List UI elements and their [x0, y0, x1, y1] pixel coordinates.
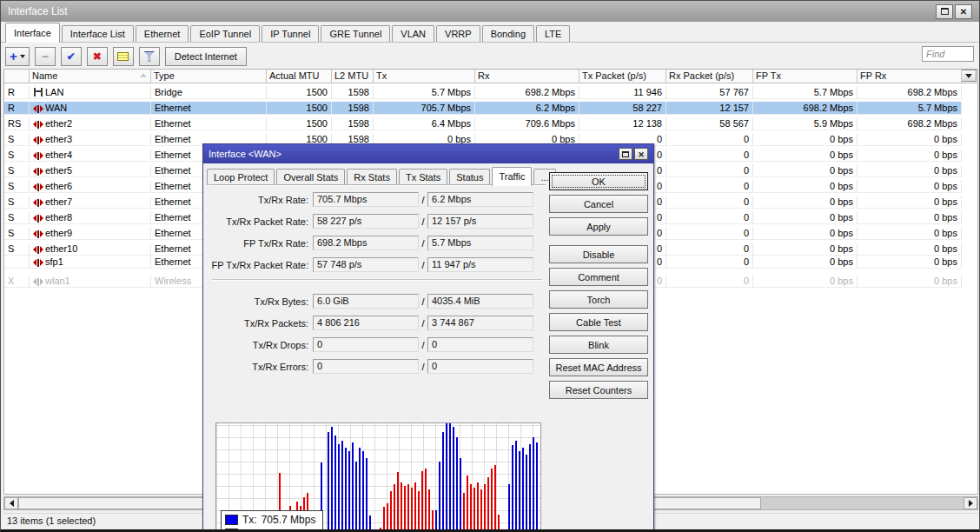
column-header-actual-mtu[interactable]: Actual MTU — [267, 70, 332, 83]
column-header-rx[interactable]: Rx — [475, 70, 579, 83]
tab-vlan[interactable]: VLAN — [392, 25, 434, 42]
close-icon — [960, 5, 967, 17]
disable-button[interactable]: Disable — [549, 245, 648, 263]
field-value-tx[interactable]: 58 227 p/s — [313, 214, 419, 229]
cell-name: sfp1 — [30, 256, 151, 269]
add-button[interactable] — [5, 47, 30, 66]
cancel-button[interactable]: Cancel — [549, 195, 648, 213]
cell-rxp: 0 — [666, 227, 753, 240]
traffic-bar — [473, 488, 475, 532]
column-chooser-button[interactable] — [962, 70, 977, 82]
close-button[interactable] — [955, 4, 972, 19]
filter-button[interactable] — [139, 47, 160, 66]
traffic-bar — [383, 507, 385, 532]
column-header-fp-rx[interactable]: FP Rx — [858, 70, 962, 83]
cell-l2mtu: 1598 — [332, 102, 374, 115]
tab-interface-list[interactable]: Interface List — [62, 25, 134, 42]
reset-counters-button[interactable]: Reset Counters — [549, 381, 648, 399]
cell-amtu: 1500 — [267, 86, 332, 99]
field-value-rx[interactable]: 6.2 Mbps — [427, 192, 533, 207]
cell-rxp: 12 157 — [666, 102, 753, 115]
enable-button[interactable] — [61, 47, 82, 66]
field-value-rx[interactable]: 0 — [427, 359, 533, 374]
field-value-rx[interactable]: 3 744 867 — [427, 316, 533, 330]
table-row-wan[interactable]: RWANEthernet15001598705.7 Mbps6.2 Mbps58… — [4, 102, 962, 115]
remove-button[interactable] — [35, 47, 56, 66]
cell-fptx: 0 bps — [753, 180, 858, 193]
field-value-tx[interactable]: 0 — [313, 359, 419, 374]
scroll-right-button[interactable] — [963, 497, 977, 509]
column-header-l2-mtu[interactable]: L2 MTU — [332, 70, 374, 83]
cell-name: ether8 — [30, 211, 151, 224]
column-header-tx[interactable]: Tx — [374, 70, 475, 83]
field-row-tx-rx-rate: Tx/Rx Rate:705.7 Mbps/6.2 Mbps — [209, 192, 546, 207]
scroll-left-button[interactable] — [4, 497, 18, 509]
interface-list-window: Interface List InterfaceInterface ListEt… — [0, 0, 980, 532]
maximize-button[interactable] — [936, 4, 953, 19]
field-value-tx[interactable]: 57 748 p/s — [313, 257, 419, 272]
dialog-tab-rx-stats[interactable]: Rx Stats — [347, 169, 397, 185]
field-value-tx[interactable]: 698.2 Mbps — [313, 236, 419, 250]
ok-button[interactable]: OK — [549, 172, 648, 190]
column-header-flags[interactable] — [4, 70, 30, 83]
dialog-tab-loop-protect[interactable]: Loop Protect — [207, 169, 275, 185]
torch-button[interactable]: Torch — [549, 290, 648, 309]
table-row-ether2[interactable]: RSether2Ethernet150015986.4 Mbps709.6 Mb… — [4, 117, 962, 130]
tab-lte[interactable]: LTE — [536, 25, 570, 42]
field-value-rx[interactable]: 4035.4 MiB — [427, 294, 533, 309]
toolbar: Detect Internet — [1, 43, 979, 69]
tab-gre-tunnel[interactable]: GRE Tunnel — [321, 25, 390, 42]
field-value-tx[interactable]: 4 806 216 — [313, 316, 419, 330]
tab-eoip-tunnel[interactable]: EoIP Tunnel — [190, 25, 260, 42]
column-header-name[interactable]: Name — [30, 70, 151, 83]
column-header-rx-packet-p-s[interactable]: Rx Packet (p/s) — [666, 70, 753, 83]
cable-test-button[interactable]: Cable Test — [549, 313, 648, 331]
blink-button[interactable]: Blink — [549, 336, 648, 354]
comment-button[interactable] — [113, 47, 134, 66]
column-header-type[interactable]: Type — [151, 70, 267, 83]
rate-chart: Tx: 705.7 Mbps Rx: 6.2 Mbps — [215, 422, 541, 532]
tab-ip-tunnel[interactable]: IP Tunnel — [262, 25, 319, 42]
traffic-bar — [397, 472, 399, 532]
legend-rx-label: Rx: — [242, 528, 258, 532]
traffic-bar — [390, 491, 392, 532]
field-value-rx[interactable]: 5.7 Mbps — [427, 236, 533, 250]
dialog-tab-tx-stats[interactable]: Tx Stats — [399, 169, 447, 185]
detect-internet-button[interactable]: Detect Internet — [165, 47, 247, 66]
field-row-fp-tx-rx-rate: FP Tx/Rx Rate:698.2 Mbps/5.7 Mbps — [209, 236, 546, 250]
tab-interface[interactable]: Interface — [5, 23, 60, 43]
cell-fprx: 0 bps — [858, 180, 962, 193]
field-value-rx[interactable]: 0 — [427, 337, 533, 352]
dialog-titlebar: Interface <WAN> — [203, 144, 653, 163]
cell-fptx: 0 bps — [753, 256, 858, 269]
column-header-fp-tx[interactable]: FP Tx — [753, 70, 858, 83]
dialog-tab-overall-stats[interactable]: Overall Stats — [276, 169, 345, 185]
close-icon — [638, 149, 645, 159]
comment-button[interactable]: Comment — [549, 268, 648, 286]
field-value-rx[interactable]: 12 157 p/s — [427, 214, 533, 229]
traffic-bar — [480, 489, 482, 532]
tab-bonding[interactable]: Bonding — [482, 25, 534, 42]
field-value-tx[interactable]: 6.0 GiB — [313, 294, 419, 309]
column-header-tx-packet-p-s[interactable]: Tx Packet (p/s) — [579, 70, 666, 83]
disable-button[interactable] — [87, 47, 108, 66]
dialog-close-button[interactable] — [634, 148, 648, 160]
field-value-tx[interactable]: 0 — [313, 337, 419, 352]
field-value-tx[interactable]: 705.7 Mbps — [313, 192, 419, 207]
cell-fptx: 0 bps — [753, 164, 858, 177]
cell-fptx: 0 bps — [753, 196, 858, 209]
find-input[interactable] — [922, 46, 974, 62]
apply-button[interactable]: Apply — [549, 217, 648, 236]
cell-fprx: 0 bps — [858, 275, 962, 288]
cell-rxp: 0 — [666, 164, 753, 177]
dialog-maximize-button[interactable] — [619, 148, 632, 160]
traffic-panel: Tx/Rx Rate:705.7 Mbps/6.2 MbpsTx/Rx Pack… — [209, 184, 546, 532]
dialog-tab-status[interactable]: Status — [449, 169, 490, 185]
dialog-tab-traffic[interactable]: Traffic — [492, 167, 532, 186]
field-label: Tx/Rx Drops: — [209, 340, 308, 350]
table-row-lan[interactable]: RLANBridge150015985.7 Mbps698.2 Mbps11 9… — [4, 86, 962, 99]
reset-mac-address-button[interactable]: Reset MAC Address — [549, 358, 648, 376]
tab-vrrp[interactable]: VRRP — [436, 25, 480, 42]
tab-ethernet[interactable]: Ethernet — [136, 25, 189, 42]
field-value-rx[interactable]: 11 947 p/s — [427, 257, 533, 272]
